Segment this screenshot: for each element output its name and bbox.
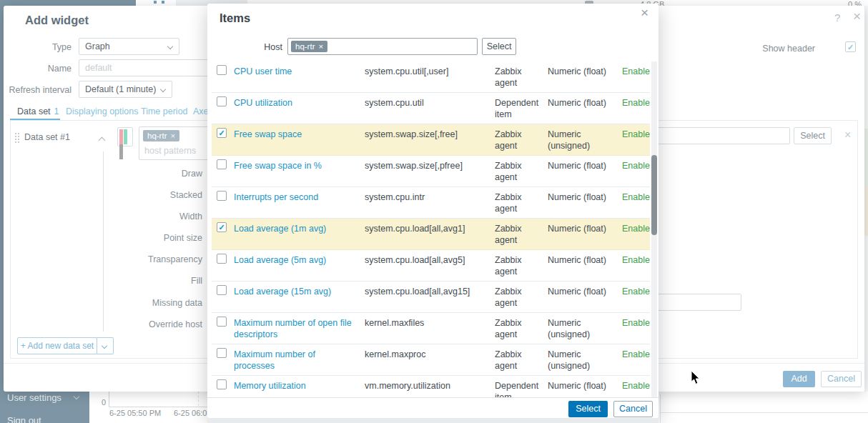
item-checkbox[interactable] [217, 285, 227, 295]
add-new-data-set-button[interactable]: + Add new data set [17, 337, 114, 354]
close-icon[interactable]: × [641, 5, 648, 21]
sidebar-item-user-settings[interactable]: User settings [7, 392, 61, 403]
graph-x-tick: 6-25 06:0 [174, 409, 207, 417]
item-key: vm.memory.utilization [365, 380, 493, 392]
show-header-label: Show header [683, 44, 815, 54]
dialog-tab[interactable]: Data set1 [17, 106, 59, 116]
dialog-tab[interactable]: Displaying options [66, 106, 138, 116]
item-name-link[interactable]: Memory utilization [234, 380, 357, 392]
item-checkbox[interactable]: ✓ [217, 222, 227, 232]
scrollbar-thumb[interactable] [651, 155, 657, 235]
cancel-button[interactable]: Cancel [821, 371, 862, 387]
item-checkbox[interactable] [217, 191, 227, 201]
item-name-link[interactable]: Interrupts per second [234, 191, 357, 203]
background-value-fragment: 0 % [848, 0, 862, 6]
item-checkbox[interactable] [217, 65, 227, 75]
item-type: Dependent item [495, 380, 541, 397]
item-type: Zabbix agent [495, 286, 541, 309]
color-swatch[interactable] [117, 127, 133, 146]
item-checkbox[interactable]: ✓ [217, 128, 227, 138]
close-icon[interactable]: × [853, 9, 861, 24]
item-value-type: Numeric (unsigned) [548, 317, 615, 340]
add-button[interactable]: Add [783, 371, 815, 387]
item-checkbox[interactable] [217, 317, 227, 327]
item-patterns-select-button[interactable]: Select [794, 127, 832, 144]
item-value-type: Numeric (float) [548, 254, 615, 266]
background-fragment [162, 1, 164, 4]
item-status: Enabled [622, 129, 650, 140]
item-status: Enabled [622, 380, 650, 392]
item-checkbox[interactable] [217, 379, 227, 389]
host-label: Host [229, 42, 282, 52]
item-type: Zabbix agent [495, 223, 541, 246]
item-name-link[interactable]: Free swap space in % [234, 160, 357, 171]
item-name-link[interactable]: Load average (1m avg) [234, 223, 357, 234]
dataset-small-input[interactable] [658, 294, 741, 311]
help-icon[interactable]: ? [834, 11, 840, 24]
add-new-data-set-dropdown[interactable] [97, 337, 114, 354]
item-status: Enabled [622, 254, 650, 266]
add-new-data-set-label[interactable]: + Add new data set [17, 337, 97, 354]
dialog-tab[interactable]: Axe [193, 106, 209, 116]
item-value-type: Numeric (unsigned) [548, 349, 615, 372]
background-graph-y-axis [109, 392, 109, 407]
item-type: Zabbix agent [495, 66, 541, 89]
host-patterns-placeholder: host patterns [144, 146, 196, 156]
table-row: ✓ Free swap space system.swap.size[,free… [212, 124, 650, 156]
name-label: Name [4, 64, 71, 74]
type-select[interactable]: Graph [79, 38, 179, 55]
item-name-link[interactable]: Free swap space [234, 129, 357, 140]
show-header-checkbox[interactable]: ✓ [845, 41, 856, 52]
item-name-link[interactable]: CPU user time [234, 66, 357, 77]
item-status: Enabled [622, 317, 650, 329]
mouse-cursor [691, 370, 701, 385]
dialog-tab[interactable]: Time period [141, 106, 188, 116]
table-row: Maximum number of open file descriptors … [212, 313, 650, 344]
host-tag[interactable]: hq-rtr× [143, 130, 179, 141]
item-status: Enabled [622, 223, 650, 234]
tab-badge: 1 [54, 106, 59, 116]
modal-cancel-button[interactable]: Cancel [613, 401, 653, 417]
item-checkbox[interactable] [217, 254, 227, 264]
modal-bottom-edge [207, 418, 659, 423]
item-key: kernel.maxfiles [365, 317, 493, 329]
item-value-type: Numeric (unsigned) [548, 129, 615, 151]
item-value-type: Numeric (float) [548, 286, 615, 297]
drag-handle-icon[interactable] [15, 133, 16, 134]
item-checkbox[interactable] [217, 159, 227, 169]
items-modal: Items × Host hq-rtr× Select CPU user tim… [207, 4, 659, 418]
dataset-field-label: Transparency [75, 254, 202, 264]
item-name-link[interactable]: Load average (5m avg) [234, 254, 357, 266]
item-type: Zabbix agent [495, 160, 541, 183]
item-key: system.cpu.load[all,avg5] [365, 254, 493, 266]
host-select-button[interactable]: Select [482, 38, 516, 55]
table-row: Maximum number of processes kernel.maxpr… [212, 344, 650, 376]
item-name-link[interactable]: Maximum number of open file descriptors [234, 317, 357, 340]
tag-remove-icon[interactable]: × [318, 42, 323, 51]
refresh-interval-select[interactable]: Default (1 minute) [79, 81, 172, 98]
item-key: system.cpu.util [365, 97, 493, 109]
item-name-link[interactable]: CPU utilization [234, 97, 357, 109]
dataset-field-label: Missing data [75, 298, 202, 308]
item-type: Zabbix agent [495, 129, 541, 151]
background-sidebar-item [0, 0, 136, 6]
background-graph-gridline [198, 392, 199, 406]
item-checkbox[interactable] [217, 348, 227, 358]
chevron-down-icon [167, 44, 173, 49]
modal-select-button[interactable]: Select [568, 401, 608, 417]
type-label: Type [4, 42, 71, 52]
remove-icon[interactable]: × [844, 129, 851, 141]
tag-remove-icon[interactable]: × [170, 131, 175, 140]
sidebar-item-sign-out[interactable]: Sign out [7, 415, 41, 423]
item-value-type: Numeric (float) [548, 380, 615, 392]
item-name-link[interactable]: Load average (15m avg) [234, 286, 357, 297]
host-tag[interactable]: hq-rtr× [291, 41, 327, 52]
host-input[interactable]: hq-rtr× [287, 38, 478, 55]
background-edge-strip [864, 129, 868, 186]
table-row: Load average (15m avg) system.cpu.load[a… [212, 282, 650, 313]
type-select-value: Graph [85, 41, 110, 51]
chevron-down-icon [102, 343, 107, 349]
item-checkbox[interactable] [217, 96, 227, 106]
item-name-link[interactable]: Maximum number of processes [234, 349, 357, 372]
item-value-type: Numeric (float) [548, 223, 615, 234]
